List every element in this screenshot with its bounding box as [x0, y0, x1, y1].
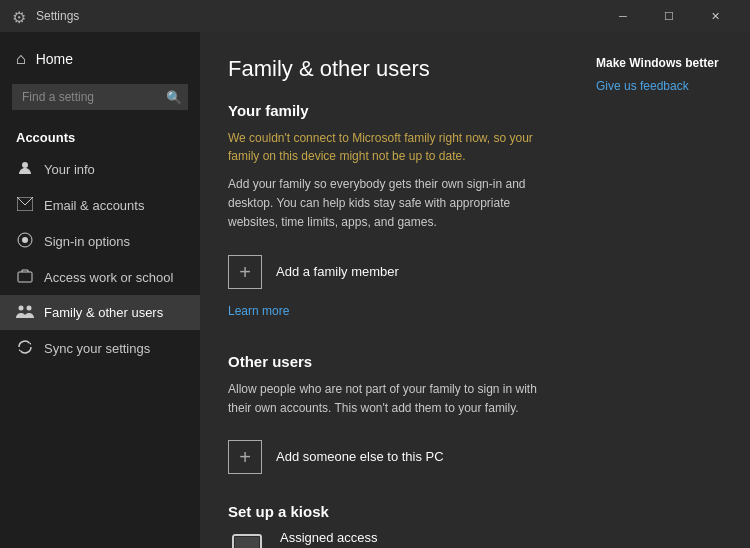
sidebar-item-your-info[interactable]: Your info [0, 151, 200, 188]
family-icon [16, 304, 34, 321]
signin-icon [16, 232, 34, 251]
email-icon [16, 197, 34, 214]
your-family-heading: Your family [228, 102, 552, 119]
divider [228, 336, 552, 337]
settings-icon: ⚙ [12, 8, 28, 24]
sidebar-label-work: Access work or school [44, 270, 173, 285]
other-users-info: Allow people who are not part of your fa… [228, 380, 552, 418]
page-title: Family & other users [228, 56, 552, 82]
sidebar-item-email[interactable]: Email & accounts [0, 188, 200, 223]
svg-point-6 [27, 306, 32, 311]
add-other-plus-box: + [228, 440, 262, 474]
titlebar-title: Settings [36, 9, 600, 23]
search-input[interactable] [12, 84, 188, 110]
sidebar-item-family[interactable]: Family & other users [0, 295, 200, 330]
close-button[interactable]: ✕ [692, 0, 738, 32]
sidebar-label-signin: Sign-in options [44, 234, 130, 249]
kiosk-row: Assigned access Set up this device as a … [228, 530, 552, 548]
plus-icon: + [239, 262, 251, 282]
sidebar-item-work[interactable]: Access work or school [0, 260, 200, 295]
search-icon: 🔍 [166, 90, 182, 105]
sidebar-label-sync: Sync your settings [44, 341, 150, 356]
kiosk-icon [228, 530, 266, 548]
kiosk-heading: Set up a kiosk [228, 503, 552, 520]
svg-point-5 [19, 306, 24, 311]
sidebar-item-home[interactable]: ⌂ Home [0, 40, 200, 78]
svg-rect-10 [235, 537, 259, 548]
right-panel: Make Windows better Give us feedback [580, 32, 750, 548]
svg-point-0 [22, 162, 28, 168]
add-family-label: Add a family member [276, 264, 399, 279]
other-users-heading: Other users [228, 353, 552, 370]
kiosk-text: Assigned access Set up this device as a … [280, 530, 552, 548]
main-content: Family & other users Your family We coul… [200, 32, 580, 548]
add-family-member-button[interactable]: + Add a family member [228, 247, 552, 297]
svg-rect-4 [18, 272, 32, 282]
sidebar-label-email: Email & accounts [44, 198, 144, 213]
kiosk-title: Assigned access [280, 530, 552, 545]
titlebar: ⚙ Settings ─ ☐ ✕ [0, 0, 750, 32]
right-panel-title: Make Windows better [596, 56, 734, 70]
svg-point-3 [22, 237, 28, 243]
plus-icon-2: + [239, 447, 251, 467]
add-other-label: Add someone else to this PC [276, 449, 444, 464]
family-info-text: Add your family so everybody gets their … [228, 175, 552, 233]
family-warning-text: We couldn't connect to Microsoft family … [228, 129, 552, 165]
app-body: ⌂ Home 🔍 Accounts Your info Email & acco… [0, 32, 750, 548]
your-info-icon [16, 160, 34, 179]
work-icon [16, 269, 34, 286]
minimize-button[interactable]: ─ [600, 0, 646, 32]
sidebar-section-title: Accounts [0, 122, 200, 151]
home-icon: ⌂ [16, 50, 26, 68]
give-feedback-link[interactable]: Give us feedback [596, 79, 689, 93]
divider-2 [228, 486, 552, 487]
add-other-user-button[interactable]: + Add someone else to this PC [228, 432, 552, 482]
search-box: 🔍 [12, 84, 188, 110]
sidebar-label-your-info: Your info [44, 162, 95, 177]
maximize-button[interactable]: ☐ [646, 0, 692, 32]
sidebar-item-sync[interactable]: Sync your settings [0, 330, 200, 367]
window-controls: ─ ☐ ✕ [600, 0, 738, 32]
sidebar-home-label: Home [36, 51, 73, 67]
add-family-plus-box: + [228, 255, 262, 289]
sidebar-label-family: Family & other users [44, 305, 163, 320]
sync-icon [16, 339, 34, 358]
learn-more-link[interactable]: Learn more [228, 304, 289, 318]
sidebar-item-signin[interactable]: Sign-in options [0, 223, 200, 260]
sidebar: ⌂ Home 🔍 Accounts Your info Email & acco… [0, 32, 200, 548]
